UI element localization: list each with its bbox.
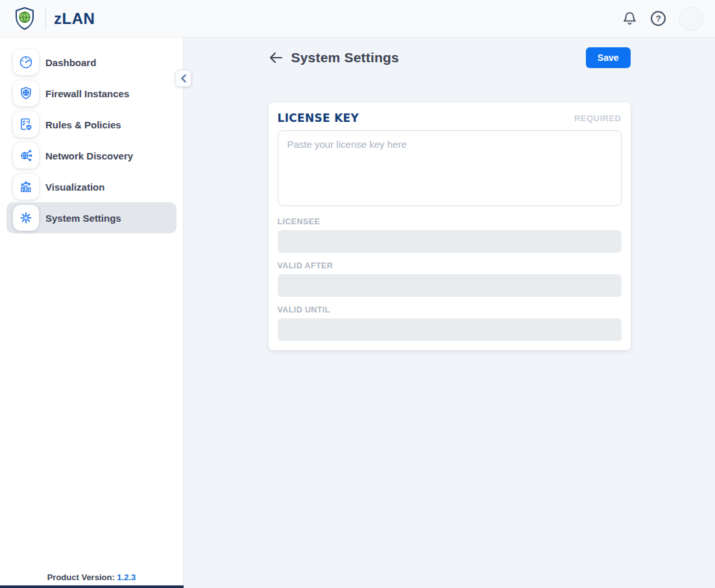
product-version: Product Version: 1.2.3 xyxy=(0,572,183,582)
valid-until-field: VALID UNTIL xyxy=(278,305,622,341)
sidebar-item-network-discovery[interactable]: Network Discovery xyxy=(6,140,176,171)
sidebar-item-label: Firewall Instances xyxy=(45,88,129,99)
required-badge: REQUIRED xyxy=(574,113,622,123)
product-version-label: Product Version: xyxy=(47,572,115,582)
sidebar-item-firewall-instances[interactable]: Firewall Instances xyxy=(6,78,176,109)
bar-chart-icon xyxy=(13,174,39,200)
sidebar-bottom-bar xyxy=(0,585,184,588)
sidebar-item-label: Rules & Policies xyxy=(45,119,121,130)
help-button[interactable]: ? xyxy=(649,10,667,27)
sidebar-nav: Dashboard Firewall Instances xyxy=(0,38,183,233)
license-card-header: LICENSE KEY REQUIRED xyxy=(278,112,622,124)
bell-icon xyxy=(622,10,638,27)
user-avatar[interactable] xyxy=(679,6,703,31)
brand-name: zLAN xyxy=(54,10,95,28)
save-button[interactable]: Save xyxy=(586,47,631,68)
license-key-card: LICENSE KEY REQUIRED LICENSEE VALID AFTE… xyxy=(269,102,631,350)
licensee-field: LICENSEE xyxy=(278,217,622,253)
sidebar-item-rules-policies[interactable]: Rules & Policies xyxy=(6,109,176,140)
svg-text:?: ? xyxy=(655,14,660,23)
valid-until-input xyxy=(278,318,622,341)
sidebar-item-label: System Settings xyxy=(45,213,121,224)
gear-icon xyxy=(13,205,39,231)
sidebar-item-visualization[interactable]: Visualization xyxy=(6,171,176,202)
network-globe-icon xyxy=(13,143,39,169)
shield-globe-icon xyxy=(13,80,39,106)
sidebar-item-system-settings[interactable]: System Settings xyxy=(6,202,176,233)
arrow-left-icon xyxy=(269,51,283,64)
sidebar-item-label: Network Discovery xyxy=(45,150,133,161)
license-key-input[interactable] xyxy=(278,130,622,206)
valid-after-field: VALID AFTER xyxy=(278,261,622,297)
chevron-left-icon xyxy=(180,74,188,83)
page-header: System Settings Save xyxy=(269,47,631,69)
license-key-title: LICENSE KEY xyxy=(278,112,359,124)
app-header: zLAN ? xyxy=(0,0,715,38)
valid-after-label: VALID AFTER xyxy=(278,261,622,270)
sidebar-item-label: Dashboard xyxy=(45,57,96,68)
product-version-number: 1.2.3 xyxy=(117,572,136,582)
checklist-shield-icon xyxy=(13,112,39,137)
main-content: System Settings Save LICENSE KEY REQUIRE… xyxy=(184,38,715,588)
shield-globe-logo-icon xyxy=(12,6,38,32)
sidebar-item-dashboard[interactable]: Dashboard xyxy=(6,47,176,78)
notifications-button[interactable] xyxy=(622,10,638,27)
back-button[interactable] xyxy=(269,51,283,64)
help-icon: ? xyxy=(649,10,667,27)
licensee-label: LICENSEE xyxy=(278,217,622,226)
valid-until-label: VALID UNTIL xyxy=(278,305,622,314)
sidebar-item-label: Visualization xyxy=(45,182,104,193)
sidebar: Dashboard Firewall Instances xyxy=(0,38,184,588)
valid-after-input xyxy=(278,274,622,297)
page-title: System Settings xyxy=(291,50,399,65)
gauge-icon xyxy=(13,49,39,75)
sidebar-collapse-button[interactable] xyxy=(175,70,191,87)
brand-divider xyxy=(45,8,46,30)
licensee-input xyxy=(278,230,622,253)
brand-logo-group: zLAN xyxy=(12,6,95,32)
header-actions: ? xyxy=(622,6,703,31)
